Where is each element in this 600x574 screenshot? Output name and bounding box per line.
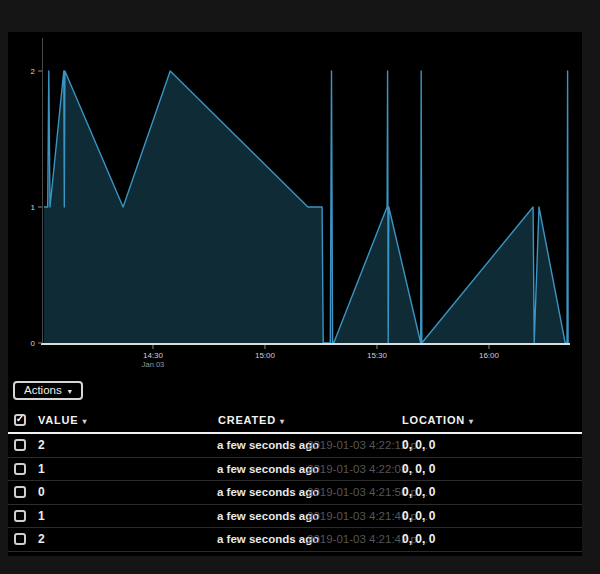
value-cell: 1 <box>38 462 45 476</box>
row-checkbox[interactable] <box>14 510 26 522</box>
sort-caret-icon: ▾ <box>280 417 284 426</box>
check-icon: ✓ <box>16 414 24 424</box>
column-header-location[interactable]: LOCATION▾ <box>402 414 473 426</box>
x-tick-label: 14:30 <box>143 351 164 360</box>
y-tick-label: 2 <box>31 67 36 76</box>
table-body: 2a few seconds ago2019-01-03 4:22:12 p…0… <box>8 434 582 552</box>
page: { "chart_data": { "type": "area", "title… <box>0 0 600 574</box>
y-tick-label: 0 <box>31 339 36 348</box>
row-checkbox[interactable] <box>14 439 26 451</box>
table-row: 1a few seconds ago2019-01-03 4:22:08 …0,… <box>8 458 582 482</box>
row-checkbox[interactable] <box>14 486 26 498</box>
created-relative-cell: a few seconds ago <box>217 439 319 451</box>
location-cell: 0, 0, 0 <box>402 532 435 546</box>
select-all-checkbox[interactable]: ✓ <box>14 414 26 426</box>
created-relative-cell: a few seconds ago <box>217 486 319 498</box>
created-relative-cell: a few seconds ago <box>217 463 319 475</box>
table-row: 0a few seconds ago2019-01-03 4:21:50 p…0… <box>8 481 582 505</box>
timeseries-area-chart: 01214:30Jan 0315:0015:3016:00 <box>8 32 582 372</box>
column-header-value[interactable]: VALUE▾ <box>38 414 86 426</box>
actions-button-label: Actions <box>24 383 62 398</box>
table-header: ✓ VALUE▾ CREATED▾ LOCATION▾ <box>8 408 582 432</box>
value-cell: 2 <box>38 438 45 452</box>
location-cell: 0, 0, 0 <box>402 509 435 523</box>
created-relative-cell: a few seconds ago <box>217 510 319 522</box>
y-tick-label: 1 <box>31 203 36 212</box>
table-row: 2a few seconds ago2019-01-03 4:22:12 p…0… <box>8 434 582 458</box>
value-cell: 1 <box>38 509 45 523</box>
x-tick-label: 16:00 <box>479 351 500 360</box>
location-cell: 0, 0, 0 <box>402 462 435 476</box>
value-cell: 0 <box>38 485 45 499</box>
x-tick-label: 15:00 <box>255 351 276 360</box>
x-tick-label: 15:30 <box>367 351 388 360</box>
row-checkbox[interactable] <box>14 533 26 545</box>
created-relative-cell: a few seconds ago <box>217 533 319 545</box>
table-row: 1a few seconds ago2019-01-03 4:21:46 p…0… <box>8 505 582 529</box>
sort-caret-icon: ▾ <box>82 417 86 426</box>
row-checkbox[interactable] <box>14 463 26 475</box>
actions-button[interactable]: Actions ▾ <box>13 381 83 400</box>
sort-caret-icon: ▾ <box>469 417 473 426</box>
table-row: 2a few seconds ago2019-01-03 4:21:42 p…0… <box>8 528 582 552</box>
location-cell: 0, 0, 0 <box>402 485 435 499</box>
x-tick-sublabel: Jan 03 <box>142 360 165 369</box>
chart-plot-area: 01214:30Jan 0315:0015:3016:00 <box>8 32 582 372</box>
location-cell: 0, 0, 0 <box>402 438 435 452</box>
column-header-created[interactable]: CREATED▾ <box>218 414 284 426</box>
chevron-down-icon: ▾ <box>68 384 72 399</box>
metric-panel: 01214:30Jan 0315:0015:3016:00 Actions ▾ … <box>8 32 582 556</box>
value-cell: 2 <box>38 532 45 546</box>
